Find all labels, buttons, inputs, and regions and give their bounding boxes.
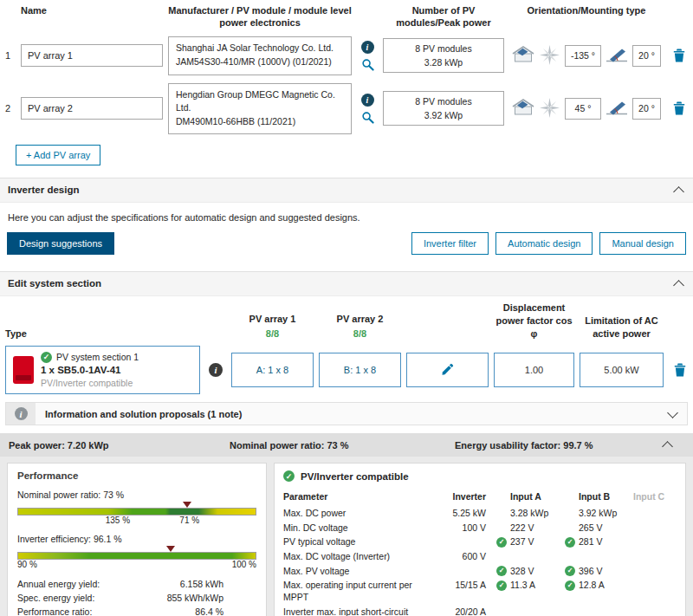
manual-design-button[interactable]: Manual design xyxy=(599,232,686,255)
pv-module-selector[interactable]: Hengdian Group DMEGC Magnetic Co. Ltd. D… xyxy=(168,83,352,134)
check-icon xyxy=(496,537,507,548)
system-info-icon[interactable]: i xyxy=(209,363,223,377)
automatic-design-button[interactable]: Automatic design xyxy=(495,232,593,255)
delete-system-section-icon[interactable] xyxy=(669,363,691,377)
information-proposals-bar[interactable]: i Information and solution proposals (1 … xyxy=(5,402,688,425)
module-type: JAM54S30-410/MR (1000V) (01/2021) xyxy=(176,55,344,69)
nominal-ratio-summary: Nominal power ratio: 73 % xyxy=(230,440,455,451)
nominal-power-ratio-gauge xyxy=(17,508,256,515)
chevron-up-icon[interactable] xyxy=(662,442,673,453)
module-count: 8 PV modules xyxy=(384,42,503,55)
cos-phi-field[interactable]: 1.00 xyxy=(494,353,574,387)
module-count-selector[interactable]: 8 PV modules 3.28 kWp xyxy=(383,38,504,73)
compass-orientation-icon xyxy=(539,98,560,120)
delete-pv-array-icon[interactable] xyxy=(669,49,690,62)
input-b-config-field[interactable]: B: 1 x 8 xyxy=(319,353,401,387)
module-count-badge: 8/8 xyxy=(319,327,401,340)
roof-mounting-icon xyxy=(512,46,534,65)
edit-config-button[interactable] xyxy=(406,353,489,387)
pv-array-name-input[interactable] xyxy=(21,97,163,120)
system-section-row: PV system section 1 1 x SB5.0-1AV-41 PV/… xyxy=(5,346,688,394)
compat-row: Max. PV voltage 328 V 396 V xyxy=(283,564,677,579)
compat-row: PV typical voltage 237 V 281 V xyxy=(283,535,677,550)
section-title: Edit system section xyxy=(8,278,101,289)
peak-power: 3.92 kWp xyxy=(384,108,503,122)
pv-array-table: Name Manufacturer / PV module / module l… xyxy=(0,0,693,165)
compat-row: Max. operating input current per MPPT 15… xyxy=(283,579,677,605)
results-summary-panel: Peak power: 7.20 kWp Nominal power ratio… xyxy=(0,433,693,616)
compass-orientation-icon xyxy=(539,45,560,67)
module-type: DM490M10-66HBB (11/2021) xyxy=(176,115,344,129)
inverter-design-actions: Design suggestions Inverter filter Autom… xyxy=(0,224,693,263)
check-icon xyxy=(41,352,52,363)
module-count-selector[interactable]: 8 PV modules 3.92 kWp xyxy=(383,91,504,126)
type-column-label: Type xyxy=(5,327,200,340)
roof-mounting-icon xyxy=(512,99,534,118)
inverter-efficiency-gauge xyxy=(17,552,256,560)
compat-row: Min. DC voltage 100 V 222 V 265 V xyxy=(283,521,677,535)
pencil-icon xyxy=(441,363,454,378)
gauge-ticks: 90 % 100 % xyxy=(17,560,256,572)
system-section-name: PV system section 1 xyxy=(56,351,139,363)
pv-array-row: 2 Hengdian Group DMEGC Magnetic Co. Ltd.… xyxy=(3,83,690,134)
header-name: Name xyxy=(21,4,163,16)
pv-array-name-input[interactable] xyxy=(21,44,163,67)
check-icon xyxy=(496,580,507,591)
compat-row: Max. DC voltage (Inverter) 600 V xyxy=(283,549,677,564)
stat-row: Spec. energy yield:855 kWh/kWp xyxy=(17,592,223,606)
chevron-up-icon[interactable] xyxy=(673,186,684,198)
summary-header[interactable]: Peak power: 7.20 kWp Nominal power ratio… xyxy=(0,433,693,457)
check-icon xyxy=(565,566,575,576)
manufacturer-name: Hengdian Group DMEGC Magnetic Co. Ltd. xyxy=(176,88,344,116)
ac-power-column: Limitation of AC active power xyxy=(580,314,664,340)
ac-power-limit-field[interactable]: 5.00 kW xyxy=(580,353,664,387)
delete-pv-array-icon[interactable] xyxy=(669,101,690,115)
inverter-image xyxy=(13,356,34,384)
compatibility-card: PV/Inverter compatible Parameter Inverte… xyxy=(274,463,686,616)
module-info-icon[interactable]: i xyxy=(361,41,374,54)
tilt-angle-field[interactable]: 20 ° xyxy=(632,98,661,120)
compatibility-header: PV/Inverter compatible xyxy=(283,470,677,482)
compat-row: Inverter max. input short-circuit curren… xyxy=(283,605,677,616)
pv-design-page: Name Manufacturer / PV module / module l… xyxy=(0,0,693,616)
peak-power: 3.28 kWp xyxy=(384,55,503,69)
info-icon: i xyxy=(15,407,28,420)
compatibility-status: PV/Inverter compatible xyxy=(41,377,139,389)
input-a-config-field[interactable]: A: 1 x 8 xyxy=(231,353,314,387)
chevron-down-icon[interactable] xyxy=(667,407,678,418)
pv-array-1-column: PV array 1 8/8 xyxy=(231,313,314,340)
inverter-efficiency-label: Inverter efficiency: 96.1 % xyxy=(17,534,256,544)
compat-row: Max. DC power 5.25 kW 3.28 kWp 3.92 kWp xyxy=(283,507,677,522)
module-search-icon[interactable] xyxy=(361,111,374,124)
inverter-design-section-header[interactable]: Inverter design xyxy=(0,178,693,203)
performance-card: Performance Nominal power ratio: 73 % 13… xyxy=(7,463,267,616)
info-bar-label: Information and solution proposals (1 no… xyxy=(36,409,669,419)
pv-table-header: Name Manufacturer / PV module / module l… xyxy=(3,4,690,36)
system-section-table: Type PV array 1 8/8 PV array 2 8/8 Displ… xyxy=(0,296,693,395)
module-count: 8 PV modules xyxy=(384,94,503,108)
module-search-icon[interactable] xyxy=(361,58,374,71)
tilt-angle-icon xyxy=(606,46,628,65)
add-pv-array-button[interactable]: + Add PV array xyxy=(16,145,100,165)
pv-array-row: 1 Shanghai JA Solar Technology Co. Ltd. … xyxy=(3,36,690,75)
edit-system-section-header[interactable]: Edit system section xyxy=(0,271,693,296)
azimuth-angle-field[interactable]: -135 ° xyxy=(565,45,601,67)
pv-module-selector[interactable]: Shanghai JA Solar Technology Co. Ltd. JA… xyxy=(168,36,352,75)
inverter-filter-button[interactable]: Inverter filter xyxy=(411,232,489,255)
check-icon xyxy=(565,537,575,548)
stat-row: Performance ratio:86.4 % xyxy=(17,606,223,616)
summary-body: Performance Nominal power ratio: 73 % 13… xyxy=(0,457,693,616)
manufacturer-name: Shanghai JA Solar Technology Co. Ltd. xyxy=(176,42,344,55)
module-info-icon[interactable]: i xyxy=(361,94,374,107)
check-icon xyxy=(565,580,575,591)
design-suggestions-button[interactable]: Design suggestions xyxy=(7,232,114,255)
performance-stats: Annual energy yield:6.158 kWh Spec. ener… xyxy=(17,578,223,616)
gauge-marker xyxy=(183,502,191,508)
header-orientation: Orientation/Mounting type xyxy=(509,4,664,16)
tilt-angle-field[interactable]: 20 ° xyxy=(632,45,661,67)
nominal-power-ratio-label: Nominal power ratio: 73 % xyxy=(17,490,256,500)
system-section-card[interactable]: PV system section 1 1 x SB5.0-1AV-41 PV/… xyxy=(5,346,200,394)
azimuth-angle-field[interactable]: 45 ° xyxy=(565,98,601,120)
chevron-up-icon[interactable] xyxy=(673,280,684,291)
inverter-model: 1 x SB5.0-1AV-41 xyxy=(41,364,139,378)
